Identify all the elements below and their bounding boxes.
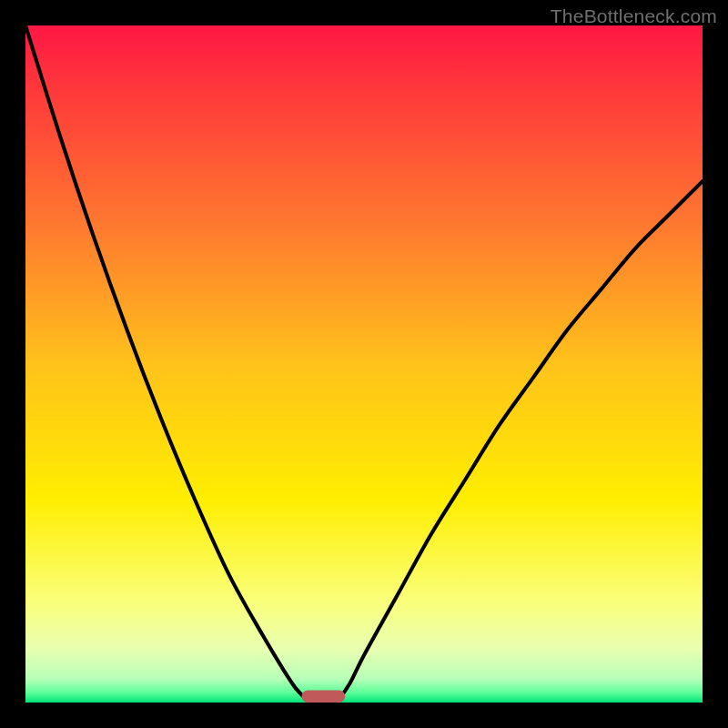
optimum-marker <box>302 691 346 703</box>
watermark-text: TheBottleneck.com <box>551 5 717 27</box>
chart-container: TheBottleneck.com <box>0 0 728 728</box>
bottleneck-chart <box>25 25 703 703</box>
gradient-background <box>25 25 703 703</box>
